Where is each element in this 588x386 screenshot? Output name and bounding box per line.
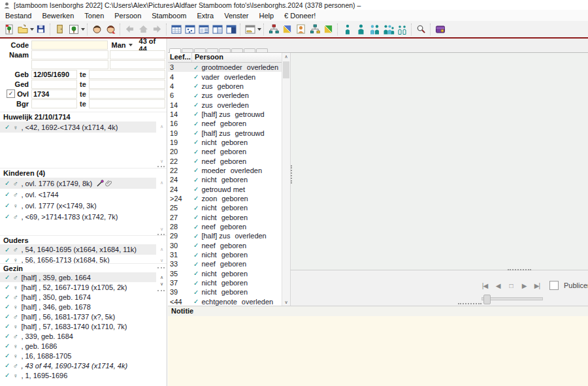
descendants-chart-icon[interactable]	[267, 23, 280, 36]
media-splitter-grip-bottom[interactable]	[458, 303, 482, 304]
scroll-down-arrow[interactable]: ∨	[282, 300, 290, 305]
event-list-scrollbar[interactable]: ∧ ∨	[282, 53, 290, 306]
ouders-scroll-up[interactable]: ∧	[160, 247, 163, 251]
media-slider[interactable]	[482, 297, 543, 300]
window-layout-icon[interactable]	[243, 23, 257, 36]
ouders-scroll-down[interactable]: ∨	[160, 258, 163, 263]
achternaam-input[interactable]	[31, 60, 108, 69]
bgr-date-input[interactable]	[31, 99, 77, 108]
media-nav-button[interactable]: □	[506, 282, 515, 289]
donate-book-icon[interactable]	[433, 23, 447, 36]
voornaam-input[interactable]	[31, 50, 108, 59]
event-row[interactable]: 30 ✓ neef geboren	[168, 241, 282, 250]
person-column-header[interactable]: Persoon	[192, 53, 282, 62]
split-view-icon[interactable]	[210, 23, 224, 36]
sibling-row[interactable]: ✓ ♀ [half] , 57, 1683-1740 (x1710, 7k)	[0, 321, 156, 331]
portrait-icon[interactable]	[294, 23, 308, 36]
tussenvoegsel-input[interactable]	[110, 50, 165, 59]
menu-item[interactable]: Extra	[191, 11, 219, 20]
save-icon[interactable]	[34, 23, 48, 36]
menu-item[interactable]: Bewerken	[37, 11, 79, 20]
media-nav-button[interactable]: ◀	[493, 282, 502, 289]
child-row[interactable]: ✓ ♀ , ovl. 1777 (x<1749, 3k)	[0, 200, 156, 211]
menu-item[interactable]: Help	[253, 11, 279, 20]
event-row[interactable]: 39 ✓ nicht geboren	[168, 287, 282, 297]
menu-item[interactable]: Venster	[219, 11, 253, 20]
tree-window-caret-icon[interactable]	[81, 28, 85, 31]
menu-item[interactable]: € Doneer!	[279, 11, 321, 20]
menu-item[interactable]: Stamboom	[146, 11, 191, 20]
menu-item[interactable]: Persoon	[109, 11, 146, 20]
open-folder-icon[interactable]	[16, 23, 29, 36]
code-input[interactable]	[31, 40, 108, 50]
event-row[interactable]: 35 ✓ nicht geboren	[168, 269, 282, 278]
person-bold-icon[interactable]	[354, 23, 368, 36]
huwelijk-scroll-up[interactable]: ∧	[160, 124, 163, 129]
ged-date-input[interactable]	[31, 80, 77, 89]
huwelijk-scroll-down[interactable]: ∨	[160, 159, 163, 163]
gezin-scroll-down[interactable]: ∨	[160, 281, 163, 286]
form-view-icon[interactable]	[197, 23, 210, 36]
media-splitter-grip-top[interactable]	[508, 269, 531, 270]
patroniem-input[interactable]	[110, 60, 165, 69]
menu-item[interactable]: Bestand	[0, 11, 37, 20]
child-row[interactable]: ✓ ♂ , ovl. 1776 (x1749, 8k)	[0, 178, 156, 189]
sibling-row[interactable]: ✓ ♂ , 339, geb. 1684	[0, 331, 156, 341]
geb-place-input[interactable]	[89, 70, 165, 79]
back-icon[interactable]	[123, 23, 137, 36]
event-row[interactable]: 14 ✓ zus overleden	[168, 100, 282, 109]
pair-icon[interactable]	[395, 23, 409, 36]
gezin-scroll-up[interactable]: ∧	[160, 275, 163, 280]
tree-window-icon[interactable]	[67, 23, 80, 36]
woman-face-icon[interactable]	[104, 23, 118, 36]
event-row[interactable]: 4 ✓ vader overleden	[168, 72, 282, 81]
tab[interactable]	[231, 48, 243, 52]
event-row[interactable]: 27 ✓ nicht geboren	[168, 213, 282, 222]
ovl-date-input[interactable]: 1734	[31, 89, 77, 99]
table-view-icon[interactable]	[169, 23, 183, 36]
event-row[interactable]: 16 ✓ neef geboren	[168, 119, 282, 128]
new-tree-icon[interactable]	[2, 23, 16, 36]
ovl-place-input[interactable]	[89, 89, 165, 99]
tab[interactable]	[256, 48, 268, 52]
search-icon[interactable]	[414, 23, 428, 36]
home-icon[interactable]	[137, 23, 150, 36]
huwelijk-resize-grip[interactable]	[157, 166, 165, 167]
event-row[interactable]: >24 ✓ zoon geboren	[168, 194, 282, 203]
event-row[interactable]: <44 ✓ echtgenote overleden	[168, 297, 282, 306]
event-row[interactable]: 28 ✓ neef geboren	[168, 222, 282, 231]
kinderen-scroll-up[interactable]: ∧	[160, 180, 163, 185]
ovl-checkbox[interactable]: ✓	[7, 89, 15, 98]
tab[interactable]	[244, 48, 255, 52]
event-row[interactable]: 6 ✓ zus overleden	[168, 91, 282, 100]
scroll-up-arrow[interactable]: ∧	[282, 53, 290, 61]
media-nav-button[interactable]: ▶|	[532, 282, 542, 289]
event-row[interactable]: 4 ✓ zus geboren	[168, 82, 282, 91]
event-row[interactable]: 20 ✓ neef geboren	[168, 147, 282, 156]
partner-row[interactable]: ✓ ♀ , <42, 1692-<1734 (x1714, 4k)	[0, 121, 156, 133]
photo-splitter-grip[interactable]	[291, 165, 292, 184]
sibling-row[interactable]: ✓ ♂ , 43 of 44, 1690-1734 (x1714, 4k)	[0, 361, 156, 370]
tab[interactable]	[206, 48, 218, 52]
event-row[interactable]: 31 ✓ nicht geboren	[168, 250, 282, 259]
media-nav-button[interactable]: ▶	[519, 282, 529, 289]
publiceren-checkbox[interactable]	[549, 281, 559, 290]
dots-view-icon[interactable]	[183, 23, 197, 36]
event-row[interactable]: 22 ✓ moeder overleden	[168, 166, 282, 175]
ged-place-input[interactable]	[89, 80, 165, 89]
event-row[interactable]: 19 ✓ [half] zus getrouwd	[168, 128, 282, 137]
family-icon[interactable]	[382, 23, 395, 36]
sex-dropdown[interactable]: Man	[112, 41, 133, 49]
sibling-row[interactable]: ✓ ♂ [half] , 56, 1681-1737 (x?, 5k)	[0, 312, 156, 321]
window-layout-caret-icon[interactable]	[257, 28, 261, 31]
kinderen-scroll-down[interactable]: ∨	[160, 227, 163, 231]
event-row[interactable]: 29 ✓ [half] zus overleden	[168, 231, 282, 240]
event-row[interactable]: 25 ✓ nicht geboren	[168, 203, 282, 212]
notitie-editor[interactable]	[168, 316, 588, 386]
sibling-row[interactable]: ✓ ♀ , 16, 1688-1705	[0, 351, 156, 361]
tab[interactable]	[194, 48, 206, 52]
event-row[interactable]: 37 ✓ nicht geboren	[168, 278, 282, 287]
sibling-row[interactable]: ✓ ♂ [half] , 350, geb. 1674	[0, 292, 156, 302]
child-row[interactable]: ✓ ♂ , ovl. <1744	[0, 189, 156, 200]
gezin-resize-grip[interactable]	[157, 290, 165, 291]
